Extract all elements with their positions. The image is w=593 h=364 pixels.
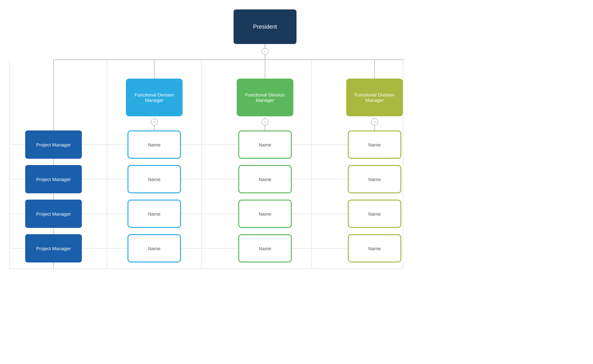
name-olive-1: Name (348, 130, 401, 159)
fdm3-collapse-btn[interactable]: − (371, 119, 378, 125)
name-olive-3: Name (348, 200, 401, 228)
pm4-label: Project Manager (36, 246, 71, 251)
name-olive-4: Name (348, 234, 401, 262)
fdm-node-1: Functional DivisionManager (126, 79, 183, 116)
fdm1-label: Functional DivisionManager (134, 92, 174, 103)
fdm3-label: Functional DivisionManager (355, 92, 394, 103)
name-olive-1-label: Name (368, 142, 381, 147)
name-blue-4-label: Name (148, 246, 161, 251)
name-green-2: Name (238, 165, 292, 193)
name-green-1-label: Name (259, 142, 271, 147)
name-green-4-label: Name (259, 246, 271, 251)
name-blue-1: Name (127, 130, 181, 159)
name-olive-4-label: Name (368, 246, 381, 251)
pm-node-3: Project Manager (25, 200, 82, 228)
name-olive-2: Name (348, 165, 401, 193)
name-green-3-label: Name (259, 211, 271, 217)
name-blue-2: Name (127, 165, 181, 193)
name-olive-2-label: Name (368, 177, 381, 182)
pm2-label: Project Manager (36, 177, 71, 182)
pm3-label: Project Manager (36, 211, 71, 217)
name-green-4: Name (238, 234, 292, 262)
fdm-node-3: Functional DivisionManager (346, 79, 403, 116)
name-green-1: Name (238, 130, 292, 159)
pm1-label: Project Manager (36, 142, 71, 147)
name-olive-3-label: Name (368, 211, 381, 217)
name-blue-4: Name (127, 234, 181, 262)
pm-node-4: Project Manager (25, 234, 82, 262)
fdm-node-2: Functional DivisionManager (237, 79, 293, 116)
collapse-symbol: − (264, 49, 266, 54)
pm-node-1: Project Manager (25, 130, 82, 159)
president-label: President (253, 24, 277, 30)
name-blue-3-label: Name (148, 211, 161, 217)
pm-node-2: Project Manager (25, 165, 82, 193)
connectors-svg (0, 0, 593, 364)
name-blue-1-label: Name (148, 142, 161, 147)
org-chart: President − Functional DivisionManager −… (0, 0, 593, 364)
name-blue-3: Name (127, 200, 181, 228)
president-node: President (234, 9, 296, 44)
fdm2-collapse-btn[interactable]: − (262, 119, 268, 125)
fdm1-collapse-btn[interactable]: − (151, 119, 158, 125)
fdm2-label: Functional DivisionManager (245, 92, 285, 103)
name-green-2-label: Name (259, 177, 271, 182)
president-collapse-btn[interactable]: − (262, 48, 268, 55)
name-green-3: Name (238, 200, 292, 228)
name-blue-2-label: Name (148, 177, 161, 182)
